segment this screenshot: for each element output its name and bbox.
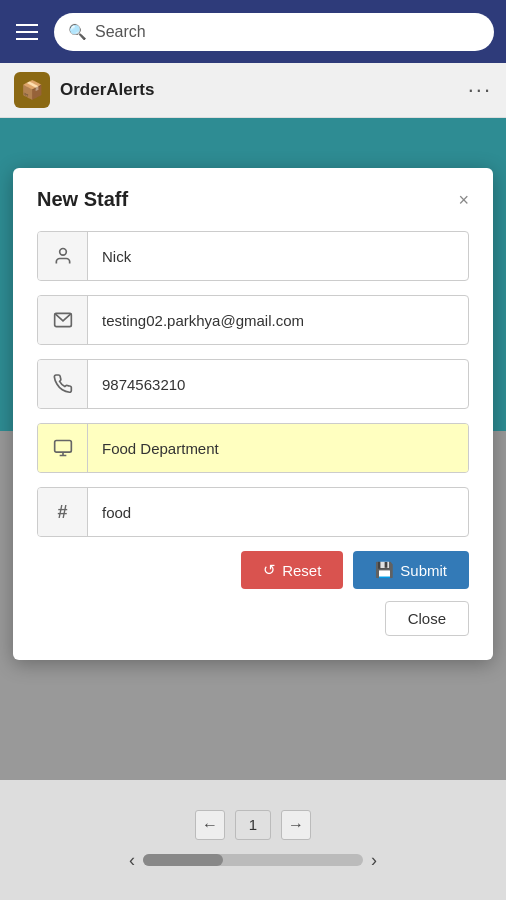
background-content: New Staff × [0,118,506,900]
pagination-bar: ← 1 → ‹ › [0,780,506,900]
scroll-right-arrow[interactable]: › [371,850,377,871]
tag-icon: # [38,488,88,536]
current-page: 1 [235,810,271,840]
next-page-button[interactable]: → [281,810,311,840]
page-title: OrderAlerts [60,80,458,100]
new-staff-modal: New Staff × [13,168,493,660]
reset-button[interactable]: ↺ Reset [241,551,343,589]
submit-button[interactable]: 💾 Submit [353,551,469,589]
svg-rect-2 [54,441,71,453]
prev-page-button[interactable]: ← [195,810,225,840]
name-input[interactable] [88,232,468,280]
hamburger-icon[interactable] [12,20,42,44]
svg-point-0 [59,249,66,256]
top-bar: 🔍 Search [0,0,506,63]
close-button[interactable]: Close [385,601,469,636]
search-label: Search [95,23,146,41]
phone-icon [38,360,88,408]
email-icon [38,296,88,344]
phone-field-row [37,359,469,409]
department-field-row [37,423,469,473]
reset-icon: ↺ [263,561,276,579]
email-field-row [37,295,469,345]
more-options-icon[interactable]: ··· [468,77,492,103]
tag-field-row: # [37,487,469,537]
pagination-nav: ← 1 → [195,810,311,840]
modal-header: New Staff × [37,188,469,211]
submit-label: Submit [400,562,447,579]
name-field-row [37,231,469,281]
close-row: Close [37,601,469,636]
search-icon: 🔍 [68,23,87,41]
scroll-thumb[interactable] [143,854,223,866]
submit-icon: 💾 [375,561,394,579]
department-input[interactable] [88,424,468,472]
tag-input[interactable] [88,488,468,536]
reset-label: Reset [282,562,321,579]
modal-title: New Staff [37,188,128,211]
action-buttons-row: ↺ Reset 💾 Submit [37,551,469,589]
person-icon [38,232,88,280]
phone-input[interactable] [88,360,468,408]
page-header: 📦 OrderAlerts ··· [0,63,506,118]
scroll-left-arrow[interactable]: ‹ [129,850,135,871]
horizontal-scrollbar-row: ‹ › [0,850,506,871]
department-icon [38,424,88,472]
email-input[interactable] [88,296,468,344]
search-bar[interactable]: 🔍 Search [54,13,494,51]
scroll-track[interactable] [143,854,363,866]
modal-close-button[interactable]: × [458,191,469,209]
app-icon: 📦 [14,72,50,108]
